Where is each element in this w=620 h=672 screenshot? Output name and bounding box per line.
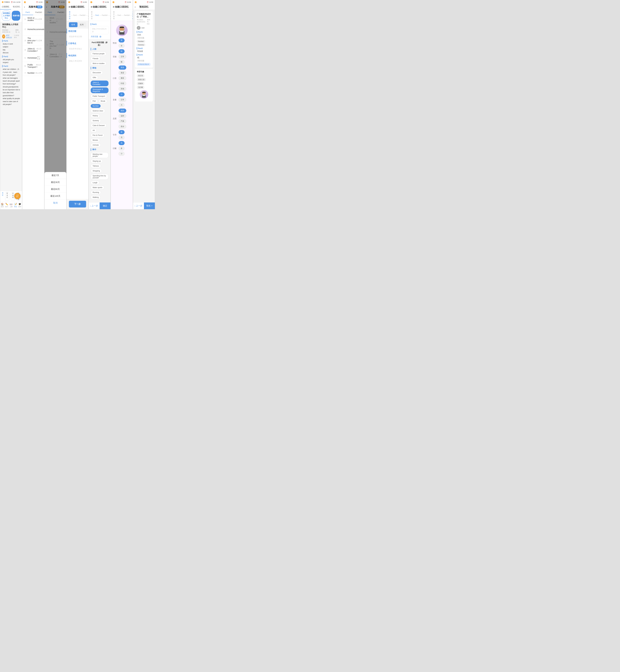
badge-2[interactable]: 60天 bbox=[37, 6, 42, 8]
accent-india[interactable]: 印音 bbox=[118, 82, 126, 86]
guide-yes[interactable]: 有 bbox=[118, 130, 124, 134]
tag-discussion[interactable]: Discussion bbox=[91, 71, 103, 75]
username[interactable]: 必过038133 bbox=[6, 34, 13, 39]
list-item[interactable]: 4 Jokes & Comedies 42人已考 bbox=[22, 46, 44, 54]
list-item[interactable]: 3 The area you live in 47人已考 bbox=[22, 35, 44, 46]
gender-female[interactable]: 女 bbox=[118, 44, 124, 48]
tab-bishi[interactable]: 笔试回忆 bbox=[11, 4, 22, 9]
nav-home[interactable]: 🏠 首页 bbox=[0, 203, 4, 208]
tab-kouyu[interactable]: 口语回忆 bbox=[0, 4, 11, 9]
interrupt-many[interactable]: 多 bbox=[118, 146, 124, 150]
dropdown-60days[interactable]: 最近60天 bbox=[45, 186, 66, 193]
nav-exam[interactable]: 📝 考试 bbox=[13, 203, 17, 208]
tag-art[interactable]: Art bbox=[91, 129, 97, 132]
next-btn-4[interactable]: 下一步 bbox=[69, 201, 86, 207]
confirm-btn-5[interactable]: 确定 bbox=[100, 202, 110, 209]
volume-normal[interactable]: 正常 bbox=[118, 98, 126, 102]
tab-zhikao[interactable]: 纸考 bbox=[69, 22, 78, 27]
dropdown-120days[interactable]: 最近120天 bbox=[45, 193, 66, 200]
speed-slow[interactable]: 慢 bbox=[118, 60, 124, 64]
dropdown-7days[interactable]: 最近7天 bbox=[45, 172, 66, 179]
tag-walking[interactable]: Walking bbox=[91, 195, 100, 199]
tag-watersports[interactable]: Water sports bbox=[91, 186, 104, 189]
list-item[interactable]: 2 Home/Accommodation 124人已考 bbox=[22, 23, 44, 35]
close-btn-5[interactable]: ✕ bbox=[91, 5, 93, 9]
prev-btn-5[interactable]: ‹ 上一步 bbox=[89, 202, 100, 209]
back-btn-2[interactable]: ‹ bbox=[24, 5, 25, 8]
attitude-strict[interactable]: 严肃 bbox=[118, 119, 126, 123]
tag-transport[interactable]: Public Transport bbox=[91, 94, 107, 98]
add-topic-btn[interactable]: ⊕ bbox=[99, 35, 101, 38]
tab-part23-2[interactable]: Part2&3 bbox=[33, 10, 44, 15]
tag-famous[interactable]: Famous people bbox=[91, 52, 106, 56]
examiner-tag-0[interactable]: 有引导 bbox=[137, 74, 144, 77]
tag-laugh[interactable]: Laugh bbox=[91, 181, 99, 185]
preview-tag-number[interactable]: Number bbox=[137, 40, 145, 43]
accent-aus[interactable]: 澳音 bbox=[118, 76, 126, 80]
tag-gifts[interactable]: Gifts bbox=[91, 76, 98, 80]
volume-small[interactable]: 小 bbox=[118, 92, 124, 96]
preview-tag-software[interactable]: 常用的应用软件 bbox=[137, 63, 151, 66]
tag-history[interactable]: History bbox=[91, 114, 100, 117]
nav-class[interactable]: 📖 上课 bbox=[9, 203, 13, 208]
dropdown-cancel[interactable]: 取消 bbox=[45, 200, 66, 206]
attitude-cold[interactable]: 高冷 bbox=[118, 125, 126, 129]
interrupt-small[interactable]: 小 bbox=[118, 152, 124, 156]
tag-fish[interactable]: Fish bbox=[91, 99, 98, 103]
back-btn-7[interactable]: ‹ bbox=[135, 5, 136, 8]
org-btn[interactable]: 深圳赛格人才培训中心 bbox=[2, 11, 11, 21]
tag-spending[interactable]: Spending time by yourself bbox=[91, 174, 108, 180]
speed-fast[interactable]: 快 bbox=[118, 49, 124, 53]
float-kouyu-huiyi[interactable]: 口语 回忆 bbox=[14, 193, 20, 199]
gaopinkaoti-btn[interactable]: 高频考题 bbox=[12, 11, 20, 21]
tag-pen[interactable]: Pen & Pencil bbox=[91, 133, 104, 137]
tag-tidy[interactable]: Tidiness bbox=[91, 164, 101, 168]
dropdown-30days[interactable]: 最近30天 bbox=[45, 179, 66, 186]
list-item[interactable]: 1 Work or studies 171人已考 bbox=[22, 15, 44, 23]
list-item[interactable]: 6 Public Transport 26人已考 bbox=[22, 62, 44, 70]
preview-submit-btn[interactable]: 预览 > bbox=[144, 202, 155, 209]
tag-friends[interactable]: Friends bbox=[91, 57, 100, 60]
tag-animals[interactable]: Animals bbox=[91, 143, 101, 147]
part1-input-area[interactable]: 请输入Part1回忆内容 bbox=[91, 26, 108, 34]
close-btn-6[interactable]: ✕ bbox=[112, 5, 115, 9]
tag-staying[interactable]: Staying up bbox=[91, 159, 103, 163]
speed-normal[interactable]: 正常 bbox=[118, 55, 126, 59]
guide-no[interactable]: 无 bbox=[118, 135, 124, 140]
list-item[interactable]: 7 Number 26人已考 bbox=[22, 70, 44, 76]
tag-shopping[interactable]: Shopping bbox=[91, 169, 102, 173]
tag-running[interactable]: Running bbox=[91, 191, 101, 194]
preview-tag-scenery[interactable]: Scenery bbox=[137, 44, 145, 46]
tag-work[interactable]: Work or studies bbox=[91, 62, 106, 65]
volume-large[interactable]: 大 bbox=[118, 103, 124, 107]
location-field[interactable]: 请选择考试地点 bbox=[69, 46, 86, 52]
date-field[interactable]: 请选择考试日期 bbox=[69, 34, 86, 40]
tag-science[interactable]: Science class bbox=[91, 109, 105, 113]
examiner-tag-2[interactable]: 语速快 bbox=[137, 82, 144, 85]
tag-nan[interactable]: 男考官 bbox=[5, 192, 9, 201]
gender-male[interactable]: 男 bbox=[118, 38, 124, 43]
accent-british[interactable]: 英音 bbox=[118, 65, 126, 69]
accent-other[interactable]: 其他 bbox=[118, 87, 126, 91]
tag-break[interactable]: Break bbox=[99, 99, 107, 103]
close-btn-4[interactable]: ✕ bbox=[68, 5, 70, 9]
tag-movies[interactable]: Movies bbox=[91, 138, 100, 142]
examiner-tag-1[interactable]: 英音口音 bbox=[137, 78, 146, 81]
tab-jikao[interactable]: 机考 bbox=[78, 22, 86, 27]
tag-meeting[interactable]: Meeting new people bbox=[91, 152, 108, 158]
tab-part1-2[interactable]: Part1 bbox=[22, 10, 33, 15]
prev-btn-7[interactable]: ‹ 上一步 bbox=[133, 202, 144, 209]
list-item[interactable]: 5 Hometown 36人已考 bbox=[22, 54, 44, 62]
nav-practice[interactable]: ✏️ 练习 bbox=[4, 203, 9, 208]
tag-jokes[interactable]: Jokes & Comedies bbox=[91, 81, 108, 86]
accent-american[interactable]: 美音 bbox=[118, 71, 126, 75]
room-field[interactable]: 请输入考试房间 bbox=[69, 58, 86, 64]
interrupt-none[interactable]: 无 bbox=[118, 141, 124, 145]
nav-study[interactable]: 🎓 留学 bbox=[18, 203, 22, 208]
tag-cake[interactable]: Cake & Dessert bbox=[91, 124, 106, 127]
tag-newspaper[interactable]: Newspaper & Magazine bbox=[91, 88, 108, 93]
tag-number[interactable]: Number bbox=[91, 104, 101, 108]
tag-scenery[interactable]: Scenery bbox=[91, 119, 101, 123]
examiner-tag-3[interactable]: 无打断 bbox=[137, 86, 144, 89]
attitude-friendly[interactable]: 友好 bbox=[118, 108, 126, 113]
